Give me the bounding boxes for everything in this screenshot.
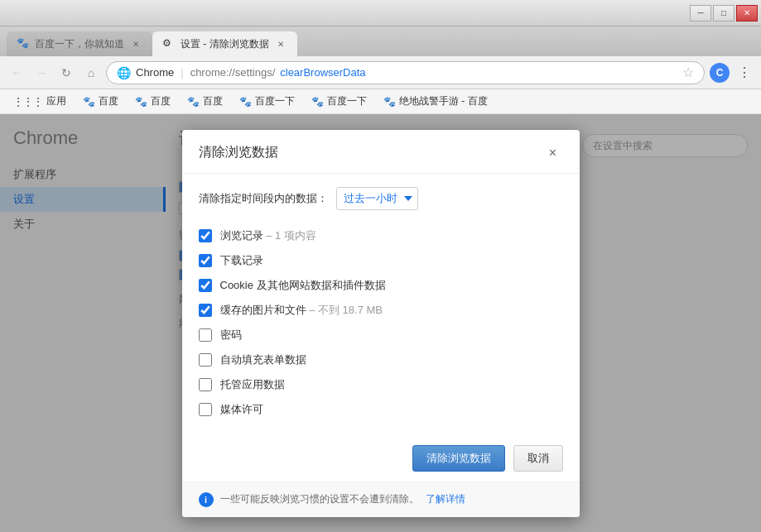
bookmark-baidu-1[interactable]: 🐾 百度 bbox=[76, 93, 125, 110]
addressbar: ← → ↻ ⌂ 🌐 Chrome | chrome://settings/cle… bbox=[0, 56, 761, 89]
home-button[interactable]: ⌂ bbox=[81, 63, 101, 83]
tab-settings-icon: ⚙ bbox=[162, 37, 176, 50]
checkbox-passwords: 密码 bbox=[199, 323, 563, 347]
window-close-button[interactable]: ✕ bbox=[736, 5, 758, 22]
bookmark-baidu-3-icon: 🐾 bbox=[187, 96, 200, 108]
time-range-label: 清除指定时间段内的数据： bbox=[199, 191, 328, 206]
bookmark-baidu-1-icon: 🐾 bbox=[83, 96, 95, 108]
clear-data-button[interactable]: 清除浏览数据 bbox=[412, 445, 505, 472]
checkbox-history-input[interactable] bbox=[199, 229, 212, 242]
checkbox-hosted: 托管应用数据 bbox=[199, 372, 563, 397]
bookmark-baidu-4-icon: 🐾 bbox=[239, 96, 252, 108]
address-box[interactable]: 🌐 Chrome | chrome://settings/clearBrowse… bbox=[106, 61, 705, 84]
clear-browser-data-dialog: 清除浏览数据 × 清除指定时间段内的数据： 过去一小时 过去一天 过去一周 过去… bbox=[182, 130, 580, 517]
tabbar: 🐾 百度一下，你就知道 ✕ ⚙ 设置 - 清除浏览数据 ✕ bbox=[0, 26, 761, 56]
checkbox-cache-label: 缓存的图片和文件 – 不到 18.7 MB bbox=[220, 303, 383, 318]
checkbox-media: 媒体许可 bbox=[199, 397, 563, 422]
checkbox-cookies-label: Cookie 及其他网站数据和插件数据 bbox=[220, 278, 386, 293]
dialog-title: 清除浏览数据 bbox=[199, 144, 278, 161]
bookmark-apps[interactable]: ⋮⋮⋮ 应用 bbox=[7, 93, 73, 110]
minimize-button[interactable]: ─ bbox=[690, 5, 711, 22]
checkbox-autofill-input[interactable] bbox=[199, 353, 212, 367]
bookmark-apps-label: 应用 bbox=[46, 94, 66, 108]
checkbox-cookies: Cookie 及其他网站数据和插件数据 bbox=[199, 273, 563, 298]
checkbox-downloads: 下载记录 bbox=[199, 248, 563, 273]
cancel-button[interactable]: 取消 bbox=[513, 445, 563, 472]
bookmark-baidu-2-label: 百度 bbox=[151, 94, 171, 108]
checkbox-autofill: 自动填充表单数据 bbox=[199, 347, 563, 372]
checkbox-passwords-input[interactable] bbox=[199, 328, 212, 342]
bookmark-game-icon: 🐾 bbox=[383, 96, 396, 108]
titlebar-buttons: ─ □ ✕ bbox=[690, 5, 758, 22]
modal-overlay: 清除浏览数据 × 清除指定时间段内的数据： 过去一小时 过去一天 过去一周 过去… bbox=[0, 114, 761, 532]
checkbox-media-label: 媒体许可 bbox=[220, 402, 263, 417]
checkbox-media-input[interactable] bbox=[199, 403, 212, 416]
dialog-close-button[interactable]: × bbox=[543, 143, 563, 163]
titlebar: ─ □ ✕ bbox=[0, 0, 761, 26]
dialog-actions: 清除浏览数据 取消 bbox=[182, 435, 580, 482]
tab-settings-title: 设置 - 清除浏览数据 bbox=[181, 37, 269, 51]
bookmark-baidu-3-label: 百度 bbox=[203, 94, 223, 108]
main-content: Chrome 扩展程序 设置 关于 设置 登录到 Chrome 启动时 密码和…… bbox=[0, 114, 761, 532]
checkbox-hosted-input[interactable] bbox=[199, 378, 212, 391]
checkbox-autofill-label: 自动填充表单数据 bbox=[220, 352, 306, 367]
bookmarks-bar: ⋮⋮⋮ 应用 🐾 百度 🐾 百度 🐾 百度 🐾 百度一下 🐾 百度一下 🐾 绝地… bbox=[0, 89, 761, 114]
time-range-select[interactable]: 过去一小时 过去一天 过去一周 过去四周 全部 bbox=[336, 187, 418, 210]
apps-icon: ⋮⋮⋮ bbox=[13, 96, 43, 108]
extension-icon: C bbox=[710, 63, 730, 83]
tab-baidu-icon: 🐾 bbox=[17, 37, 30, 50]
chrome-logo-icon: 🌐 bbox=[117, 66, 131, 79]
dialog-header: 清除浏览数据 × bbox=[182, 130, 580, 174]
info-icon: i bbox=[199, 492, 214, 507]
tab-baidu[interactable]: 🐾 百度一下，你就知道 ✕ bbox=[7, 31, 152, 56]
bookmark-baidu-1-label: 百度 bbox=[99, 94, 118, 108]
address-prefix: chrome://settings/ bbox=[190, 66, 276, 79]
bookmark-star-icon[interactable]: ☆ bbox=[682, 65, 694, 80]
back-button[interactable]: ← bbox=[7, 63, 26, 83]
bookmark-baidu-5[interactable]: 🐾 百度一下 bbox=[305, 93, 373, 110]
bookmark-baidu-2-icon: 🐾 bbox=[135, 96, 147, 108]
tab-settings-close[interactable]: ✕ bbox=[274, 37, 287, 50]
bookmark-baidu-4-label: 百度一下 bbox=[255, 94, 295, 108]
dialog-body: 清除指定时间段内的数据： 过去一小时 过去一天 过去一周 过去四周 全部 浏览记… bbox=[182, 174, 580, 435]
dialog-footer-info: i 一些可能反映浏览习惯的设置不会遭到清除。 了解详情 bbox=[182, 482, 580, 517]
reload-button[interactable]: ↻ bbox=[56, 63, 76, 83]
footer-info-text: 一些可能反映浏览习惯的设置不会遭到清除。 bbox=[220, 492, 419, 506]
bookmark-baidu-2[interactable]: 🐾 百度 bbox=[128, 93, 177, 110]
bookmark-game[interactable]: 🐾 绝地战警手游 - 百度 bbox=[377, 93, 494, 110]
checkbox-cache-input[interactable] bbox=[199, 304, 212, 317]
time-range-row: 清除指定时间段内的数据： 过去一小时 过去一天 过去一周 过去四周 全部 bbox=[199, 187, 563, 210]
checkbox-downloads-label: 下载记录 bbox=[220, 253, 263, 268]
checkbox-downloads-input[interactable] bbox=[199, 254, 212, 267]
checkbox-history-label: 浏览记录 – 1 项内容 bbox=[220, 228, 316, 243]
bookmark-baidu-5-icon: 🐾 bbox=[311, 96, 324, 108]
address-separator: | bbox=[181, 66, 183, 79]
checkbox-cookies-input[interactable] bbox=[199, 279, 212, 292]
forward-button[interactable]: → bbox=[31, 63, 51, 83]
learn-more-link[interactable]: 了解详情 bbox=[426, 492, 465, 506]
address-highlight: clearBrowserData bbox=[280, 66, 365, 79]
chrome-menu-button[interactable]: ⋮ bbox=[735, 63, 754, 83]
tab-baidu-title: 百度一下，你就知道 bbox=[35, 37, 124, 51]
tab-baidu-close[interactable]: ✕ bbox=[129, 37, 142, 50]
tab-settings[interactable]: ⚙ 设置 - 清除浏览数据 ✕ bbox=[152, 31, 297, 56]
address-brand: Chrome bbox=[136, 66, 174, 79]
bookmark-baidu-3[interactable]: 🐾 百度 bbox=[181, 93, 229, 110]
checkbox-passwords-label: 密码 bbox=[220, 328, 242, 343]
maximize-button[interactable]: □ bbox=[713, 5, 735, 22]
bookmark-baidu-5-label: 百度一下 bbox=[327, 94, 367, 108]
checkbox-cache: 缓存的图片和文件 – 不到 18.7 MB bbox=[199, 298, 563, 323]
checkbox-hosted-label: 托管应用数据 bbox=[220, 377, 285, 392]
bookmark-game-label: 绝地战警手游 - 百度 bbox=[399, 94, 488, 108]
bookmark-baidu-4[interactable]: 🐾 百度一下 bbox=[233, 93, 301, 110]
checkbox-history: 浏览记录 – 1 项内容 bbox=[199, 223, 563, 248]
